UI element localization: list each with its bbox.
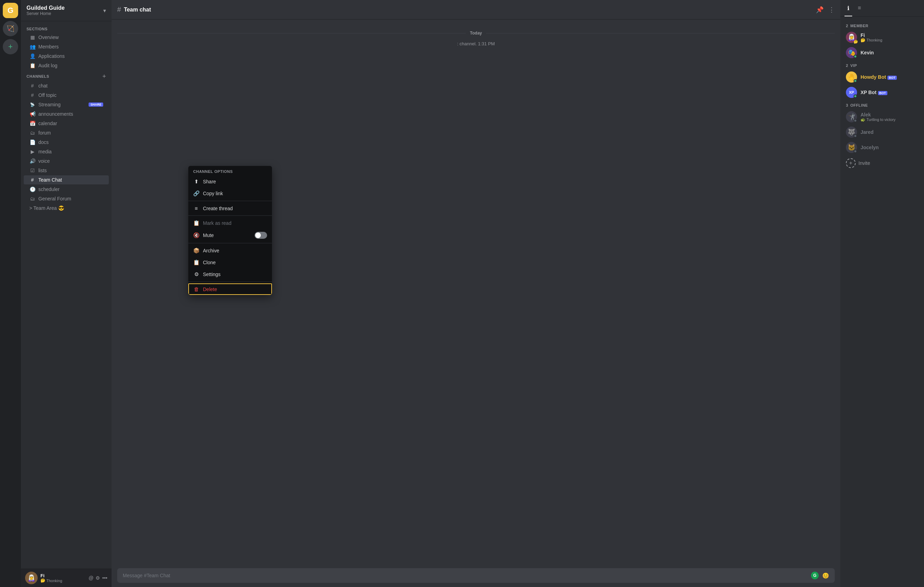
tab-info[interactable]: ℹ xyxy=(845,0,852,16)
clone-icon: 📋 xyxy=(193,259,200,265)
user-bar: 🧝‍♀️ Fi 🤔 Thonking @ ⚙ ••• xyxy=(21,569,112,587)
jocelyn-info: Jocelyn xyxy=(861,145,879,150)
context-menu-archive[interactable]: 📦 Archive xyxy=(188,245,272,257)
context-menu-copy-link[interactable]: 🔗 Copy link xyxy=(188,188,272,200)
sidebar: Guilded Guide Server Home ▾ Sections ▦ O… xyxy=(21,0,112,587)
sidebar-item-chat[interactable]: # chat xyxy=(24,81,109,90)
sidebar-item-off-topic[interactable]: # Off topic xyxy=(24,91,109,100)
jared-status-dot xyxy=(853,134,857,138)
emoji-picker-icon[interactable]: 😊 xyxy=(822,572,829,579)
context-menu-divider-4 xyxy=(188,282,272,282)
jocelyn-name: Jocelyn xyxy=(861,145,879,150)
add-channel-button[interactable]: + xyxy=(102,73,106,79)
team-chat-hash-icon: # xyxy=(29,177,36,183)
server-dropdown-icon[interactable]: ▾ xyxy=(103,7,106,14)
server-icon-main[interactable]: G xyxy=(3,3,18,18)
sidebar-item-label: Members xyxy=(38,44,103,49)
sidebar-item-label: calendar xyxy=(38,120,103,126)
calendar-icon: 📅 xyxy=(29,120,36,126)
chat-area: Today : channel. 1:31 PM G 😊 Channel opt… xyxy=(112,20,840,587)
voice-icon: 🔊 xyxy=(29,158,36,164)
member-xp-bot[interactable]: XP XP Bot BOT xyxy=(845,85,920,100)
channel-title: Team chat xyxy=(124,7,151,13)
member-jared[interactable]: 🐺 Jared xyxy=(845,125,920,139)
settings-icon: ⚙ xyxy=(193,271,200,277)
streaming-icon: 📡 xyxy=(29,102,36,107)
member-kevin[interactable]: 🎭 Kevin xyxy=(845,45,920,60)
member-fi[interactable]: 🧝‍♀️ 🤔 Fi 🤔 Thonking xyxy=(845,30,920,45)
sidebar-item-audit-log[interactable]: 📋 Audit log xyxy=(24,61,109,70)
add-server-button[interactable]: + xyxy=(3,39,18,54)
xp-bot-status-dot xyxy=(853,94,857,98)
sidebar-item-lists[interactable]: ☑ lists xyxy=(24,166,109,175)
server-sub: Server Home xyxy=(26,11,64,16)
mute-toggle[interactable] xyxy=(254,232,267,239)
divider-line-right xyxy=(486,33,835,33)
sidebar-item-calendar[interactable]: 📅 calendar xyxy=(24,119,109,128)
context-menu-mark-as-read: 📋 Mark as read xyxy=(188,217,272,229)
sidebar-item-media[interactable]: ▶ media xyxy=(24,147,109,156)
context-menu: Channel options ⬆ Share 🔗 Copy link ≡ Cr… xyxy=(188,166,272,295)
howdy-bot-status-dot xyxy=(853,79,857,82)
sidebar-item-members[interactable]: 👥 Members xyxy=(24,42,109,51)
applications-icon: 👤 xyxy=(29,53,36,59)
chat-input[interactable] xyxy=(123,573,808,578)
sidebar-item-applications[interactable]: 👤 Applications xyxy=(24,51,109,61)
clone-label: Clone xyxy=(203,260,216,265)
sidebar-item-label: announcements xyxy=(38,111,103,117)
howdy-bot-name: Howdy Bot BOT xyxy=(861,74,897,80)
sidebar-item-label: Applications xyxy=(38,53,103,59)
context-menu-share[interactable]: ⬆ Share xyxy=(188,176,272,188)
sidebar-item-announcements[interactable]: 📢 announcements xyxy=(24,109,109,119)
sidebar-item-overview[interactable]: ▦ Overview xyxy=(24,33,109,42)
jared-info: Jared xyxy=(861,129,873,135)
vip-count: 2 xyxy=(846,63,848,68)
overview-icon: ▦ xyxy=(29,35,36,40)
member-count: 2 xyxy=(846,24,848,28)
sidebar-item-forum[interactable]: 🗂 forum xyxy=(24,128,109,137)
sidebar-item-team-area[interactable]: > Team Area 😎 xyxy=(24,204,109,213)
more-button[interactable]: ••• xyxy=(102,575,107,581)
tab-list[interactable]: ≡ xyxy=(855,0,864,16)
sidebar-item-label: chat xyxy=(38,83,103,89)
team-area-label: > Team Area 😎 xyxy=(29,205,103,211)
sidebar-item-docs[interactable]: 📄 docs xyxy=(24,138,109,147)
context-menu-divider-3 xyxy=(188,243,272,243)
general-forum-icon: 🗂 xyxy=(29,196,36,201)
invite-button[interactable]: + Invite xyxy=(845,156,920,170)
beta-badge: share xyxy=(89,102,103,107)
off-topic-hash-icon: # xyxy=(29,92,36,98)
channels-label: Channels xyxy=(26,74,49,78)
avatar: 🧝‍♀️ xyxy=(25,572,38,584)
alek-info: Alek 🐢 Turtling to victory xyxy=(861,112,895,122)
context-menu-mute[interactable]: 🔇 Mute xyxy=(188,229,272,242)
forum-icon: 🗂 xyxy=(29,130,36,135)
member-alek[interactable]: 🤺 Alek 🐢 Turtling to victory xyxy=(845,109,920,124)
bot-badge-xp: BOT xyxy=(878,91,888,95)
sidebar-item-team-chat[interactable]: # Team Chat xyxy=(24,175,109,185)
server-icon-archer[interactable]: 🏹 xyxy=(3,21,18,36)
sidebar-item-general-forum[interactable]: 🗂 General Forum xyxy=(24,194,109,203)
context-menu-create-thread[interactable]: ≡ Create thread xyxy=(188,203,272,214)
settings-label: Settings xyxy=(203,272,221,277)
member-howdy-bot[interactable]: 🤚 Howdy Bot BOT xyxy=(845,70,920,84)
right-panel: ℹ ≡ 2 Member 🧝‍♀️ 🤔 Fi 🤔 Thonking 🎭 xyxy=(840,0,924,587)
sidebar-item-voice[interactable]: 🔊 voice xyxy=(24,157,109,166)
context-menu-settings[interactable]: ⚙ Settings xyxy=(188,269,272,280)
docs-icon: 📄 xyxy=(29,139,36,145)
settings-button[interactable]: ⚙ xyxy=(96,575,100,581)
sidebar-item-streaming[interactable]: 📡 Streaming share xyxy=(24,100,109,109)
mark-as-read-label: Mark as read xyxy=(203,220,231,226)
fi-sub: 🤔 Thonking xyxy=(861,38,882,43)
context-menu-clone[interactable]: 📋 Clone xyxy=(188,257,272,269)
mention-button[interactable]: @ xyxy=(89,575,94,581)
sidebar-item-label: Streaming xyxy=(38,102,86,107)
sidebar-item-scheduler[interactable]: 🕐 scheduler xyxy=(24,185,109,194)
more-options-icon[interactable]: ⋮ xyxy=(828,6,835,13)
user-status: 🤔 Thonking xyxy=(40,578,86,583)
member-jocelyn[interactable]: 🐱 Jocelyn xyxy=(845,140,920,155)
context-menu-delete[interactable]: 🗑 Delete xyxy=(188,284,272,295)
context-menu-divider-2 xyxy=(188,215,272,216)
pin-icon[interactable]: 📌 xyxy=(816,6,823,13)
context-menu-header: Channel options xyxy=(188,166,272,176)
